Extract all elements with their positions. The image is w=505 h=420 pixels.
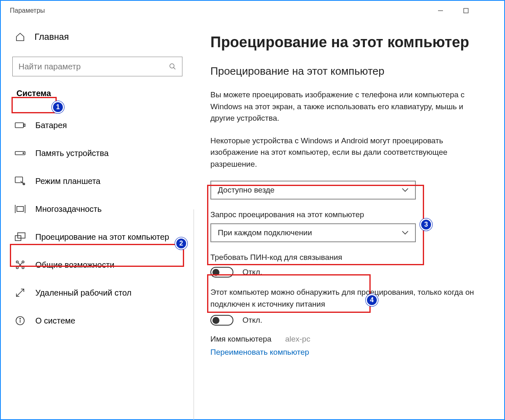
- svg-rect-5: [24, 124, 25, 126]
- maximize-button[interactable]: [453, 1, 479, 21]
- sidebar-category-system[interactable]: Система: [14, 87, 53, 100]
- remote-icon: [15, 287, 25, 298]
- svg-point-15: [16, 261, 18, 263]
- svg-point-17: [16, 267, 18, 269]
- sidebar-item-remote-desktop[interactable]: Удаленный рабочий стол: [1, 279, 194, 307]
- chevron-down-icon: [402, 188, 408, 192]
- sidebar-item-label: Батарея: [35, 121, 67, 130]
- section-title: Проецирование на этот компьютер: [210, 65, 488, 78]
- chevron-down-icon: [402, 231, 408, 235]
- require-pin-state: Откл.: [242, 268, 262, 277]
- svg-point-18: [22, 267, 24, 269]
- share-icon: [15, 259, 25, 270]
- project-icon: [15, 232, 25, 242]
- pc-name-row: Имя компьютера alex-pc: [210, 335, 488, 344]
- sidebar-divider: [194, 209, 194, 420]
- search-input[interactable]: Найти параметр: [12, 57, 182, 76]
- require-pin-toggle[interactable]: [210, 267, 233, 278]
- main-content: Проецирование на этот компьютер Проециро…: [194, 21, 504, 419]
- storage-icon: [15, 148, 25, 158]
- svg-point-7: [23, 153, 24, 154]
- sidebar-item-shared-experiences[interactable]: Общие возможности: [1, 251, 194, 279]
- sidebar-item-multitasking[interactable]: Многозадачность: [1, 195, 194, 223]
- sidebar-item-label: Удаленный рабочий стол: [35, 288, 131, 298]
- section-description-1: Вы можете проецировать изображение с тел…: [210, 89, 488, 124]
- require-pin-label: Требовать ПИН-код для связывания: [210, 253, 488, 262]
- sidebar-item-label: Память устройства: [35, 149, 108, 158]
- multitask-icon: [15, 204, 25, 214]
- sidebar: Главная Найти параметр Система: [1, 21, 194, 419]
- search-placeholder: Найти параметр: [18, 62, 169, 71]
- window-controls: [428, 1, 504, 21]
- ask-to-project-label: Запрос проецирования на этот компьютер: [210, 210, 488, 219]
- sidebar-nav: Батарея Память устройства: [1, 111, 194, 335]
- sidebar-item-label: Режим планшета: [35, 177, 100, 186]
- home-label: Главная: [35, 32, 69, 42]
- window-title: Параметры: [10, 7, 45, 14]
- dropdown-value: При каждом подключении: [218, 228, 312, 237]
- svg-rect-4: [15, 123, 23, 128]
- page-title: Проецирование на этот компьютер: [210, 34, 488, 51]
- dropdown-value: Доступно везде: [218, 186, 274, 195]
- svg-line-21: [16, 289, 24, 296]
- sidebar-item-label: О системе: [35, 316, 75, 326]
- battery-icon: [15, 120, 25, 131]
- sidebar-item-projecting[interactable]: Проецирование на этот компьютер: [1, 223, 194, 251]
- section-description-2: Некоторые устройства с Windows и Android…: [210, 135, 488, 170]
- sidebar-item-label: Проецирование на этот компьютер: [35, 232, 169, 242]
- home-link[interactable]: Главная: [1, 25, 194, 49]
- settings-window: Параметры Главная Найти параметр: [0, 0, 505, 420]
- minimize-button[interactable]: [428, 1, 453, 21]
- rename-pc-link[interactable]: Переименовать компьютер: [210, 348, 309, 357]
- sidebar-item-label: Общие возможности: [35, 260, 114, 270]
- home-icon: [15, 32, 25, 42]
- tablet-icon: [15, 176, 25, 186]
- pc-name-value: alex-pc: [285, 335, 310, 343]
- svg-point-2: [170, 64, 174, 68]
- sidebar-item-label: Многозадачность: [35, 204, 101, 214]
- info-icon: [15, 315, 25, 326]
- sidebar-item-about[interactable]: О системе: [1, 307, 194, 335]
- pc-name-label: Имя компьютера: [210, 335, 272, 343]
- ask-to-project-dropdown[interactable]: При каждом подключении: [210, 223, 416, 242]
- svg-rect-1: [464, 9, 468, 13]
- power-only-toggle[interactable]: [210, 315, 233, 326]
- svg-line-3: [173, 67, 175, 69]
- sidebar-item-tablet-mode[interactable]: Режим планшета: [1, 167, 194, 195]
- search-icon: [169, 63, 176, 70]
- power-only-state: Откл.: [242, 316, 262, 325]
- svg-point-16: [22, 261, 24, 263]
- sidebar-item-storage[interactable]: Память устройства: [1, 139, 194, 167]
- power-only-label: Этот компьютер можно обнаружить для прое…: [210, 287, 488, 310]
- sidebar-item-battery[interactable]: Батарея: [1, 111, 194, 139]
- svg-point-24: [20, 318, 21, 319]
- svg-rect-12: [17, 207, 23, 211]
- availability-dropdown[interactable]: Доступно везде: [210, 181, 416, 200]
